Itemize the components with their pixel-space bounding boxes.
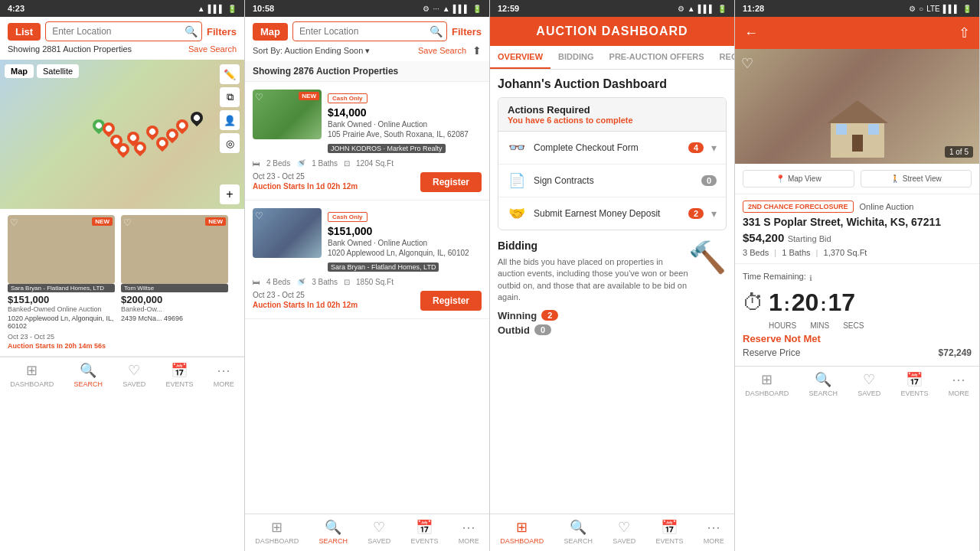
map-pin-10[interactable] [188,109,205,127]
dates-timer-1: Oct 23 - Oct 25 Auction Starts In 1d 02h… [253,172,358,192]
save-search-1[interactable]: Save Search [188,44,237,54]
search-input-2[interactable] [292,21,447,41]
nav-more-1[interactable]: ⋯MORE [214,362,234,388]
panel-1-list-search: 4:23 ▲ ▌▌▌ 🔋 List 🔍 Filters Showing 2881… [0,0,245,551]
events-icon-1: 📅 [171,362,188,379]
save-search-2[interactable]: Save Search [418,46,466,55]
baths-icon-2: 🚿 [296,278,305,286]
action-item-contracts[interactable]: 📄 Sign Contracts 0 [498,165,726,197]
house-body [831,123,884,158]
nav-more-3[interactable]: ⋯MORE [704,519,724,545]
status-icons-3: ⚙ ▲ ▌▌▌ 🔋 [678,5,727,13]
share-icon-2[interactable]: ⬆ [472,44,482,57]
nav-label-saved-2: SAVED [368,537,390,545]
p2-card-info-2: Cash Only $151,000 Bank Owned · Online A… [328,208,482,273]
nav-more-2[interactable]: ⋯MORE [459,519,479,545]
listing-type-v2: Banked-Ow... [121,305,228,313]
nav-dashboard-2[interactable]: ⊞DASHBOARD [255,519,299,545]
nav-dashboard-3[interactable]: ⊞DASHBOARD [500,519,544,545]
tab-pre-auction[interactable]: PRE-AUCTION OFFERS [602,46,712,69]
nav-saved-2[interactable]: ♡SAVED [368,519,390,545]
signal-icon-2: ▌▌▌ [453,5,469,13]
status-time-3: 12:59 [498,4,519,13]
nav-more-4[interactable]: ⋯MORE [949,371,969,397]
search-input-1[interactable] [45,21,202,41]
register-button-2[interactable]: Register [420,291,482,311]
nav-label-saved-4: SAVED [858,390,880,397]
agent-name-1: JOHN KODROS · Market Pro Realty [328,144,446,153]
action-item-earnest[interactable]: 🤝 Submit Earnest Money Deposit 2 ▾ [498,197,726,230]
nav-search-2[interactable]: 🔍SEARCH [318,519,348,545]
filter-button-2[interactable]: Filters [452,26,482,37]
panel-3-auction-dashboard: 12:59 ⚙ ▲ ▌▌▌ 🔋 AUCTION DASHBOARD OVERVI… [490,0,735,551]
reserve-price-label: Reserve Price [743,347,800,358]
sale-type-label: Online Auction [860,202,914,211]
settings-icon-4: ⚙ [909,5,916,13]
beds-label-2: 4 Beds [266,278,290,286]
p1-subtitle: Showing 2881 Auction Properties Save Sea… [8,41,237,55]
favorite-icon-v2[interactable]: ♡ [123,217,132,228]
listing-price-v1: $151,000 [8,294,115,305]
p4-header: ← ⇧ [735,17,979,49]
nav-search-1[interactable]: 🔍SEARCH [74,362,103,388]
price-row: $54,200 Starting Bid [743,231,972,245]
nav-saved-3[interactable]: ♡SAVED [612,519,635,545]
search-icon-1[interactable]: 🔍 [185,25,198,37]
favorite-icon-2[interactable]: ♡ [255,210,263,221]
nav-label-events-3: EVENTS [655,537,683,545]
map-view-button[interactable]: 📍 Map View [743,170,854,187]
back-button[interactable]: ← [744,25,758,41]
nav-search-4[interactable]: 🔍SEARCH [808,371,838,397]
tab-bidding[interactable]: BIDDING [550,46,601,69]
nav-label-dashboard-2: DASHBOARD [255,537,299,545]
map-area-1[interactable]: Map Satellite ✏️ ⧉ 👤 ◎ [0,60,244,209]
status-bar-2: 10:58 ⚙ ··· ▲ ▌▌▌ 🔋 [245,0,489,17]
tab-overview[interactable]: OVERVIEW [490,46,550,69]
street-view-button[interactable]: 🚶 Street View [861,170,972,187]
tab-list[interactable]: List [8,23,41,41]
tab-regis[interactable]: REGIS... [712,46,734,69]
favorite-icon-v1[interactable]: ♡ [10,217,18,228]
earnest-icon: 🤝 [508,205,526,222]
nav-saved-1[interactable]: ♡SAVED [122,362,145,388]
register-button-1[interactable]: Register [420,172,482,192]
action-count-checkout: 4 [688,142,704,153]
beds-spec: 3 Beds [743,248,769,257]
search-icon-2[interactable]: 🔍 [430,25,443,37]
nav-dashboard-1[interactable]: ⊞DASHBOARD [10,362,54,388]
actions-title: Actions Required [508,104,717,116]
zoom-in-button[interactable]: + [220,184,240,204]
listing-address-1: 105 Prairie Ave, South Roxana, IL, 62087 [328,130,482,139]
bid-stat-outbid: Outbid 0 [498,324,727,336]
list-item-v-2[interactable]: NEW ♡ Tom Wiltse $200,000 Banked-Ow... 2… [121,215,228,350]
nav-events-1[interactable]: 📅EVENTS [165,362,193,388]
list-item-v-1[interactable]: NEW ♡ Sara Bryan - Flatland Homes, LTD $… [8,215,115,350]
nav-label-search-4: SEARCH [808,390,838,397]
favorite-icon-4[interactable]: ♡ [741,55,753,72]
list-item-1[interactable]: NEW ♡ Cash Only $14,000 Bank Owned · Onl… [245,82,489,201]
property-image-1: NEW ♡ [253,90,322,139]
listing-type-1: Bank Owned · Online Auction [328,120,482,129]
nav-search-3[interactable]: 🔍SEARCH [564,519,593,545]
share-button[interactable]: ⇧ [959,24,970,41]
spec-sep-2: | [816,248,818,257]
dashboard-icon-1: ⊞ [26,362,38,379]
nav-events-4[interactable]: 📅EVENTS [900,371,928,397]
signal-icon-3: ▌▌▌ [698,5,714,13]
action-count-contracts: 0 [701,175,717,186]
favorite-icon-1[interactable]: ♡ [255,92,263,103]
nav-label-search-2: SEARCH [318,537,348,545]
nav-label-dashboard-4: DASHBOARD [745,390,789,397]
nav-dashboard-4[interactable]: ⊞DASHBOARD [745,371,789,397]
list-item-2[interactable]: ♡ Cash Only $151,000 Bank Owned · Online… [245,201,489,319]
nav-events-3[interactable]: 📅EVENTS [655,519,683,545]
listing-price-v2: $200,000 [121,294,228,305]
action-item-checkout[interactable]: 👓 Complete Checkout Form 4 ▾ [498,132,726,165]
new-badge-v1: NEW [92,217,113,226]
nav-events-2[interactable]: 📅EVENTS [410,519,438,545]
tab-map-2[interactable]: Map [253,23,288,41]
nav-saved-4[interactable]: ♡SAVED [858,371,880,397]
action-label-checkout: Complete Checkout Form [534,142,681,153]
events-icon-3: 📅 [661,519,678,536]
filter-button-1[interactable]: Filters [207,26,237,37]
